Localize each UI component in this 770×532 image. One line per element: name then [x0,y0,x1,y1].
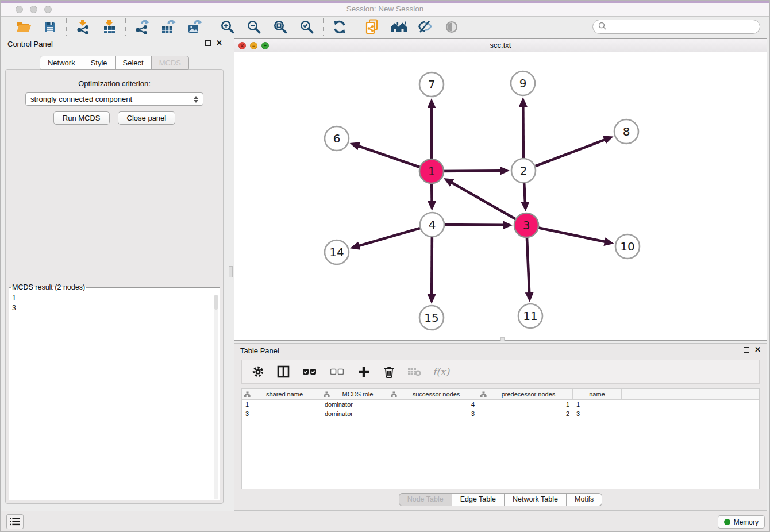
cell-successor-nodes[interactable]: 4 [388,400,478,409]
network-zoom-button[interactable]: + [261,42,269,49]
graph-node-10[interactable]: 10 [615,234,640,259]
tab-edge-table[interactable]: Edge Table [452,493,505,506]
optimization-criterion-select[interactable]: strongly connected component [25,92,203,106]
close-panel-button[interactable]: Close panel [118,111,176,125]
column-header-mcds-role[interactable]: MCDS role [321,389,388,399]
network-close-button[interactable]: ✕ [238,42,246,49]
add-column-icon[interactable] [357,365,371,379]
search-field [592,20,760,34]
graph-node-11[interactable]: 11 [518,304,542,328]
network-window-titlebar[interactable]: ✕ − + scc.txt [234,39,767,52]
result-scrollbar[interactable] [214,295,218,499]
delete-table-icon[interactable] [407,365,421,379]
zoom-selected-icon[interactable] [298,18,315,36]
export-image-icon[interactable] [186,18,203,36]
column-header-shared-name[interactable]: shared name [242,389,321,399]
cell-name[interactable]: 1 [573,400,622,409]
zoom-fit-icon[interactable] [272,18,289,36]
tab-network-table[interactable]: Network Table [505,493,567,506]
graph-node-4[interactable]: 4 [420,213,444,237]
network-minimize-button[interactable]: − [250,42,257,49]
graphics-details-icon[interactable] [443,18,460,36]
close-table-panel-icon[interactable]: ✕ [754,346,761,353]
zoom-out-icon[interactable] [245,18,263,36]
graph-edge-2-8[interactable] [523,140,605,171]
network-view-window: ✕ − + scc.txt 7968124314101511 [234,38,767,341]
divider-dot[interactable] [500,337,505,341]
graph-node-14[interactable]: 14 [325,240,349,264]
run-mcds-button[interactable]: Run MCDS [53,111,110,125]
table-panel-title: Table Panel [240,346,279,355]
open-session-icon[interactable] [15,18,32,36]
svg-text:6: 6 [333,132,341,145]
graph-node-15[interactable]: 15 [419,306,444,330]
tree-icon [391,391,397,398]
divider-grip[interactable] [229,266,233,277]
import-network-icon[interactable] [74,18,91,36]
export-table-icon[interactable] [160,18,177,36]
apply-layout-icon[interactable] [331,18,348,36]
column-header-predecessor-nodes[interactable]: predecessor nodes [478,389,573,399]
svg-text:3: 3 [523,218,530,232]
delete-column-icon[interactable] [382,365,396,379]
column-header-successor-nodes[interactable]: successor nodes [388,389,478,399]
network-overview-icon[interactable] [390,18,407,36]
gear-icon[interactable] [251,365,265,379]
mcds-result-box: MCDS result (2 nodes) 1 3 [9,283,220,500]
svg-text:4: 4 [429,218,436,232]
hide-edges-icon[interactable] [417,18,434,36]
function-builder-icon[interactable]: f(x) [433,366,449,377]
memory-button[interactable]: Memory [718,515,765,529]
svg-text:7: 7 [428,78,436,91]
graph-svg[interactable]: 7968124314101511 [234,52,767,341]
column-header-name[interactable]: name [573,389,622,399]
svg-text:1: 1 [428,164,436,178]
zoom-in-icon[interactable] [219,18,236,36]
cell-mcds-role[interactable]: dominator [321,400,388,409]
float-table-panel-icon[interactable] [744,347,749,353]
cell-predecessor-nodes[interactable]: 1 [478,400,573,409]
tab-motifs[interactable]: Motifs [567,493,602,506]
tab-network[interactable]: Network [40,56,83,70]
tab-mcds[interactable]: MCDS [152,56,189,70]
select-all-icon[interactable] [302,365,318,379]
import-table-icon[interactable] [101,18,118,36]
cell-shared-name[interactable]: 1 [242,400,321,409]
mcds-result-text[interactable]: 1 3 [10,293,219,499]
close-panel-icon[interactable]: ✕ [216,40,222,47]
clone-network-icon[interactable] [364,18,381,36]
float-panel-icon[interactable] [205,40,211,46]
tree-icon [480,391,487,398]
graph-edge-3-1[interactable] [452,183,526,225]
graph-node-3[interactable]: 3 [514,213,538,237]
columns-icon[interactable] [276,365,290,379]
table-row[interactable]: 3 dominator 3 2 3 [242,409,759,418]
panel-divider[interactable] [228,36,234,511]
tab-select[interactable]: Select [116,56,152,70]
cell-predecessor-nodes[interactable]: 2 [478,409,573,418]
cell-successor-nodes[interactable]: 3 [388,409,478,418]
mcds-panel: Optimization criterion: strongly connect… [5,69,224,504]
graph-node-2[interactable]: 2 [511,159,536,183]
save-session-icon[interactable] [41,18,59,36]
svg-text:10: 10 [620,240,634,253]
unselect-all-icon[interactable] [329,365,345,379]
task-history-button[interactable] [6,514,24,529]
tab-style[interactable]: Style [83,56,116,70]
table-row[interactable]: 1 dominator 4 1 1 [242,400,759,409]
search-input[interactable] [609,22,754,32]
cell-mcds-role[interactable]: dominator [321,409,388,418]
application-window: Session: New Session [0,0,770,532]
graph-node-9[interactable]: 9 [511,71,535,95]
cell-shared-name[interactable]: 3 [242,409,321,418]
graph-node-7[interactable]: 7 [419,72,444,97]
graph-node-8[interactable]: 8 [614,119,638,144]
graph-node-1[interactable]: 1 [419,159,444,183]
export-network-icon[interactable] [133,18,151,36]
network-canvas[interactable]: 7968124314101511 [234,52,767,340]
graph-node-6[interactable]: 6 [325,126,349,151]
tab-node-table[interactable]: Node Table [399,493,452,506]
optimization-criterion-label: Optimization criterion: [6,79,223,88]
network-window-title: scc.txt [234,39,767,52]
cell-name[interactable]: 3 [573,409,622,418]
